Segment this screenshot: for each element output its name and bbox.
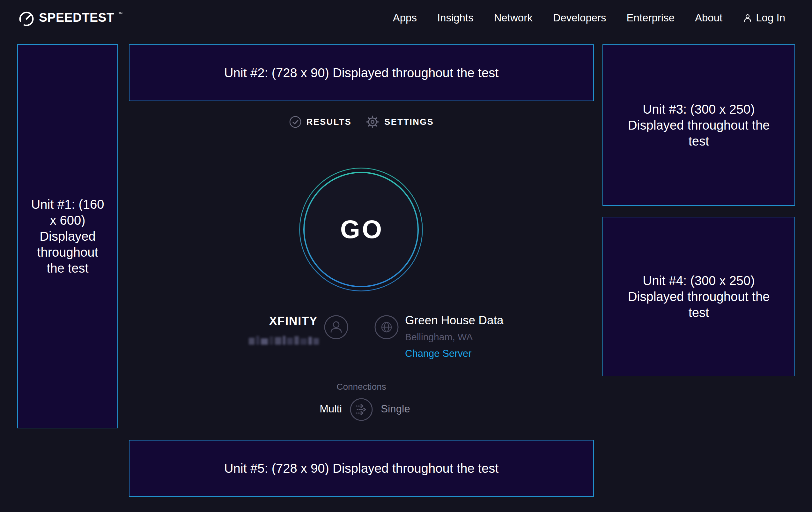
change-server-link[interactable]: Change Server [405, 348, 472, 359]
check-circle-icon [289, 115, 302, 128]
go-button[interactable]: GO [299, 167, 423, 292]
nav-item-enterprise[interactable]: Enterprise [627, 12, 674, 24]
speedtest-gauge-icon [18, 9, 35, 27]
logo-trademark: ™ [118, 11, 122, 16]
ad-unit-4-text: Unit #4: (300 x 250) Displayed throughou… [622, 273, 775, 321]
tab-results-label: RESULTS [307, 117, 352, 127]
speedtest-logo[interactable]: SPEEDTEST ™ [18, 9, 122, 27]
nav-item-login[interactable]: Log In [743, 12, 785, 24]
server-block: Green House Data Bellingham, WA Change S… [405, 314, 503, 359]
person-circle-icon [324, 315, 349, 340]
logo-text: SPEEDTEST [39, 9, 114, 26]
tab-settings[interactable]: SETTINGS [366, 115, 434, 129]
ad-unit-3-text: Unit #3: (300 x 250) Displayed throughou… [622, 101, 775, 149]
connections-option-multi[interactable]: Multi [129, 403, 342, 415]
tabs-bar: RESULTS SETT [129, 115, 594, 129]
go-button-label: GO [299, 167, 423, 292]
tab-results[interactable]: RESULTS [289, 115, 352, 128]
server-name: Green House Data [405, 314, 503, 327]
connections-label: Connections [129, 382, 594, 392]
gear-icon [366, 115, 379, 129]
main-content: RESULTS SETT [129, 0, 594, 512]
provider-ip-redacted [249, 334, 319, 345]
globe-circle-icon [374, 315, 399, 340]
connections-option-single[interactable]: Single [381, 403, 410, 415]
ad-unit-1[interactable]: Unit #1: (160 x 600) Displayed throughou… [17, 44, 118, 428]
person-icon [743, 13, 752, 23]
multi-arrows-circle-icon[interactable] [350, 398, 373, 421]
ad-unit-1-text: Unit #1: (160 x 600) Displayed throughou… [31, 196, 105, 276]
login-label: Log In [756, 12, 785, 24]
nav-item-about[interactable]: About [695, 12, 722, 24]
ad-unit-3[interactable]: Unit #3: (300 x 250) Displayed throughou… [603, 44, 795, 206]
server-location: Bellingham, WA [405, 332, 503, 343]
provider-name[interactable]: XFINITY [129, 315, 318, 328]
tab-settings-label: SETTINGS [384, 117, 434, 127]
speedtest-page: SPEEDTEST ™ Apps Insights Network Develo… [0, 0, 812, 512]
ad-unit-4[interactable]: Unit #4: (300 x 250) Displayed throughou… [603, 217, 795, 376]
